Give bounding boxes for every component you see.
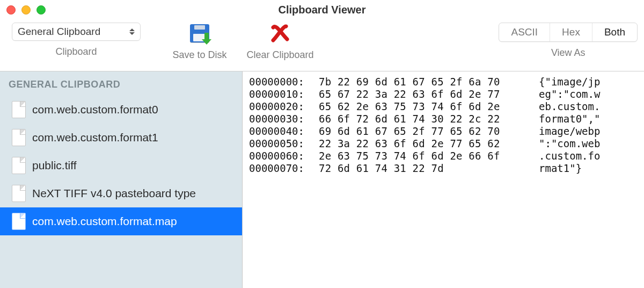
view-as-segmented-control: ASCII Hex Both (499, 23, 638, 42)
clipboard-select-value: General Clipboard (18, 26, 100, 38)
sidebar-item[interactable]: com.web.custom.format1 (2, 124, 240, 152)
window-controls (6, 5, 46, 15)
zoom-window-button[interactable] (36, 5, 46, 15)
hex-offset: 00000040: (249, 125, 319, 138)
hex-bytes: 69 6d 61 67 65 2f 77 65 62 70 (319, 125, 539, 138)
clipboard-select[interactable]: General Clipboard (12, 23, 141, 41)
hex-ascii: ":"com.web (539, 138, 600, 150)
hex-bytes: 22 3a 22 63 6f 6d 2e 77 65 62 (319, 138, 539, 150)
hex-offset: 00000070: (249, 162, 319, 175)
clear-clipboard-group: Clear Clipboard (237, 23, 323, 61)
file-icon (12, 185, 26, 202)
file-icon (12, 213, 26, 230)
hex-offset: 00000060: (249, 150, 319, 162)
hex-row: 00000050:22 3a 22 63 6f 6d 2e 77 65 62":… (249, 138, 638, 150)
close-window-button[interactable] (6, 5, 16, 15)
view-as-label: View As (551, 47, 586, 59)
file-icon (12, 157, 26, 174)
file-icon (12, 129, 26, 146)
hex-viewer: 00000000:7b 22 69 6d 61 67 65 2f 6a 70{"… (243, 71, 644, 288)
hex-row: 00000030:66 6f 72 6d 61 74 30 22 2c 22fo… (249, 113, 638, 125)
save-to-disk-group: Save to Disk (162, 23, 237, 61)
hex-ascii: format0"," (539, 113, 600, 125)
updown-caret-icon (129, 28, 135, 35)
hex-ascii: eg":"com.w (539, 88, 600, 100)
hex-bytes: 72 6d 61 74 31 22 7d (319, 162, 539, 175)
content-area: GENERAL CLIPBOARD com.web.custom.format0… (0, 71, 644, 288)
sidebar-item-label: com.web.custom.format.map (32, 215, 177, 228)
sidebar-item-label: com.web.custom.format0 (32, 103, 158, 116)
view-as-hex-button[interactable]: Hex (550, 23, 592, 41)
clipboard-selector-group: General Clipboard Clipboard (6, 23, 146, 57)
hex-offset: 00000030: (249, 113, 319, 125)
save-to-disk-label: Save to Disk (172, 49, 226, 61)
sidebar-item-label: public.tiff (32, 159, 77, 172)
hex-ascii: rmat1"} (539, 162, 582, 175)
hex-row: 00000070:72 6d 61 74 31 22 7drmat1"} (249, 162, 638, 175)
hex-ascii: .custom.fo (539, 150, 600, 162)
hex-row: 00000060:2e 63 75 73 74 6f 6d 2e 66 6f.c… (249, 150, 638, 162)
hex-ascii: image/webp (539, 125, 600, 138)
sidebar-item-label: com.web.custom.format1 (32, 131, 158, 144)
file-icon (12, 101, 26, 118)
hex-bytes: 2e 63 75 73 74 6f 6d 2e 66 6f (319, 150, 539, 162)
hex-bytes: 65 62 2e 63 75 73 74 6f 6d 2e (319, 100, 539, 113)
window-title: Clipboard Viewer (0, 4, 644, 16)
red-x-brush-icon (270, 24, 290, 42)
hex-row: 00000020:65 62 2e 63 75 73 74 6f 6d 2eeb… (249, 100, 638, 113)
hex-bytes: 65 67 22 3a 22 63 6f 6d 2e 77 (319, 88, 539, 100)
hex-offset: 00000000: (249, 76, 319, 88)
hex-offset: 00000050: (249, 138, 319, 150)
sidebar-item[interactable]: NeXT TIFF v4.0 pasteboard type (2, 179, 240, 207)
clear-clipboard-label: Clear Clipboard (246, 49, 313, 61)
clipboard-group-label: Clipboard (55, 46, 97, 57)
hex-row: 00000010:65 67 22 3a 22 63 6f 6d 2e 77eg… (249, 88, 638, 100)
sidebar: GENERAL CLIPBOARD com.web.custom.format0… (0, 71, 243, 288)
view-as-ascii-button[interactable]: ASCII (499, 23, 550, 41)
hex-bytes: 7b 22 69 6d 61 67 65 2f 6a 70 (319, 76, 539, 88)
sidebar-item[interactable]: public.tiff (2, 152, 240, 179)
sidebar-item[interactable]: com.web.custom.format.map (0, 207, 242, 235)
hex-offset: 00000010: (249, 88, 319, 100)
sidebar-item[interactable]: com.web.custom.format0 (2, 96, 240, 124)
hex-row: 00000040:69 6d 61 67 65 2f 77 65 62 70im… (249, 125, 638, 138)
save-to-disk-button[interactable] (190, 23, 209, 44)
toolbar: General Clipboard Clipboard Save to Disk (0, 19, 644, 71)
sidebar-item-label: NeXT TIFF v4.0 pasteboard type (32, 187, 196, 200)
clear-clipboard-button[interactable] (270, 23, 290, 44)
hex-bytes: 66 6f 72 6d 61 74 30 22 2c 22 (319, 113, 539, 125)
hex-ascii: eb.custom. (539, 100, 600, 113)
view-as-both-button[interactable]: Both (592, 23, 637, 41)
sidebar-section-header: GENERAL CLIPBOARD (0, 76, 242, 96)
hex-offset: 00000020: (249, 100, 319, 113)
floppy-disk-download-icon (190, 24, 209, 42)
minimize-window-button[interactable] (21, 5, 31, 15)
view-as-group: ASCII Hex Both View As (499, 23, 638, 59)
titlebar: Clipboard Viewer (0, 0, 644, 19)
hex-row: 00000000:7b 22 69 6d 61 67 65 2f 6a 70{"… (249, 76, 638, 88)
hex-ascii: {"image/jp (539, 76, 600, 88)
